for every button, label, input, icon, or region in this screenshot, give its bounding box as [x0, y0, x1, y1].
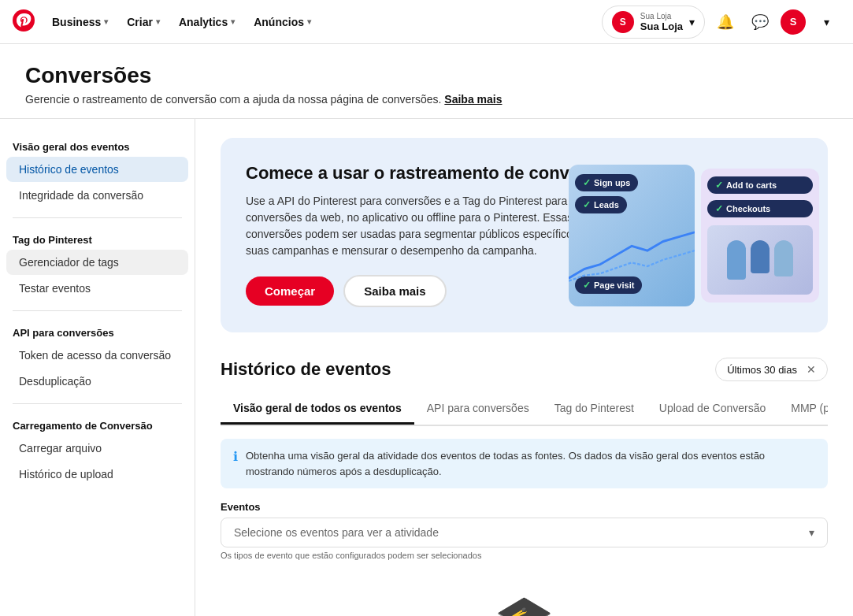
sidebar-item-testar-eventos[interactable]: Testar eventos: [6, 276, 188, 301]
check-icon: ✓: [583, 199, 591, 210]
sidebar-item-gerenciador-tags[interactable]: Gerenciador de tags: [6, 250, 188, 275]
tab-api-conversoes[interactable]: API para conversões: [414, 394, 542, 425]
sidebar-item-desduplicacao[interactable]: Desduplicação: [6, 369, 188, 394]
sidebar-section-tag: Tag do Pinterest: [0, 228, 195, 249]
page-header: Conversões Gerencie o rastreamento de co…: [0, 44, 853, 119]
sidebar-item-carregar-arquivo[interactable]: Carregar arquivo: [6, 436, 188, 461]
nav-anuncios[interactable]: Anúncios ▾: [246, 9, 319, 35]
sidebar-divider-3: [13, 403, 182, 404]
date-filter[interactable]: Últimos 30 dias ✕: [715, 358, 828, 381]
events-header: Histórico de eventos Últimos 30 dias ✕: [221, 358, 828, 381]
sidebar-item-token-acesso[interactable]: Token de acesso da conversão: [6, 343, 188, 368]
date-filter-label: Últimos 30 dias: [727, 364, 797, 376]
eventos-label: Eventos: [221, 501, 828, 513]
promo-visual: ✓ Sign ups ✓ Leads ✓ Page visit: [560, 138, 828, 332]
info-icon: ℹ: [233, 449, 238, 464]
product-bottles: [721, 234, 799, 286]
empty-state: 🎓: [221, 560, 828, 616]
chevron-down-icon: ▾: [231, 17, 235, 26]
select-placeholder: Selecione os eventos para ver a atividad…: [234, 526, 439, 539]
sidebar-divider-1: [13, 217, 182, 218]
checkouts-badge: ✓ Checkouts: [707, 200, 813, 217]
account-button[interactable]: S Sua Loja Sua Loja ▾: [602, 6, 705, 39]
tab-mmp[interactable]: MMP (parceiro de mensura...: [778, 394, 828, 425]
notifications-button[interactable]: 🔔: [711, 8, 740, 36]
user-avatar[interactable]: S: [781, 9, 806, 35]
sign-ups-badge: ✓ Sign ups: [575, 174, 638, 191]
topnav-right: S Sua Loja Sua Loja ▾ 🔔 💬 S ▾: [602, 6, 840, 39]
content-area: Visão geral dos eventos Histórico de eve…: [0, 119, 853, 616]
page-title: Conversões: [25, 63, 828, 88]
check-icon: ✓: [583, 177, 591, 188]
page-subtitle: Gerencie o rastreamento de conversão com…: [25, 93, 828, 106]
promo-image-right: ✓ Add to carts ✓ Checkouts: [701, 169, 819, 302]
pinterest-logo[interactable]: [13, 9, 35, 34]
promo-image-left: ✓ Sign ups ✓ Leads ✓ Page visit: [569, 165, 695, 306]
sidebar-item-historico-upload[interactable]: Histórico de upload: [6, 462, 188, 487]
tab-visao-geral[interactable]: Visão geral de todos os eventos: [221, 394, 414, 425]
sidebar: Visão geral dos eventos Histórico de eve…: [0, 119, 195, 616]
chevron-down-icon: ▾: [809, 526, 814, 539]
check-icon: ✓: [715, 203, 723, 214]
learn-more-link[interactable]: Saiba mais: [444, 93, 502, 106]
sidebar-divider-2: [13, 310, 182, 311]
account-info: Sua Loja Sua Loja: [640, 12, 683, 32]
promo-card: Comece a usar o rastreamento de conversã…: [221, 138, 828, 332]
events-title: Histórico de eventos: [221, 359, 391, 380]
main-content: Comece a usar o rastreamento de conversã…: [195, 119, 853, 616]
select-hint: Os tipos de evento que estão configurado…: [221, 551, 828, 560]
nav-criar[interactable]: Criar ▾: [119, 9, 168, 35]
sidebar-section-carregamento: Carregamento de Conversão: [0, 414, 195, 435]
bottle-3: [774, 240, 793, 276]
chevron-down-icon: ▾: [307, 17, 311, 26]
topnav: Business ▾ Criar ▾ Analytics ▾ Anúncios …: [0, 0, 853, 44]
chevron-down-icon: ▾: [156, 17, 160, 26]
check-icon: ✓: [715, 180, 723, 191]
nav-business[interactable]: Business ▾: [44, 9, 116, 35]
tab-upload-conversao[interactable]: Upload de Conversão: [647, 394, 778, 425]
events-select[interactable]: Selecione os eventos para ver a atividad…: [221, 518, 828, 547]
empty-hat-icon: 🎓: [495, 592, 554, 616]
start-button[interactable]: Começar: [246, 276, 334, 306]
sidebar-section-eventos: Visão geral dos eventos: [0, 135, 195, 156]
close-icon[interactable]: ✕: [807, 363, 816, 376]
conversion-chart: [569, 228, 695, 283]
bottle-2: [751, 240, 770, 273]
nav-analytics[interactable]: Analytics ▾: [171, 9, 243, 35]
info-text: Obtenha uma visão geral da atividade dos…: [246, 448, 815, 479]
messages-button[interactable]: 💬: [746, 8, 774, 36]
bottle-1: [727, 240, 746, 280]
chevron-down-icon: ▾: [689, 16, 695, 28]
tab-tag-pinterest[interactable]: Tag do Pinterest: [542, 394, 647, 425]
sidebar-section-api: API para conversões: [0, 321, 195, 342]
add-to-carts-badge: ✓ Add to carts: [707, 176, 813, 194]
info-box: ℹ Obtenha uma visão geral da atividade d…: [221, 439, 828, 488]
more-options-button[interactable]: ▾: [812, 8, 840, 36]
sidebar-item-integridade[interactable]: Integridade da conversão: [6, 183, 188, 208]
chevron-down-icon: ▾: [104, 17, 108, 26]
sidebar-item-historico-eventos[interactable]: Histórico de eventos: [6, 157, 188, 182]
product-image: [707, 225, 813, 295]
avatar: S: [612, 11, 634, 33]
leads-badge: ✓ Leads: [575, 196, 627, 213]
learn-more-button[interactable]: Saiba mais: [343, 275, 446, 307]
tabs-row: Visão geral de todos os eventos API para…: [221, 394, 828, 426]
